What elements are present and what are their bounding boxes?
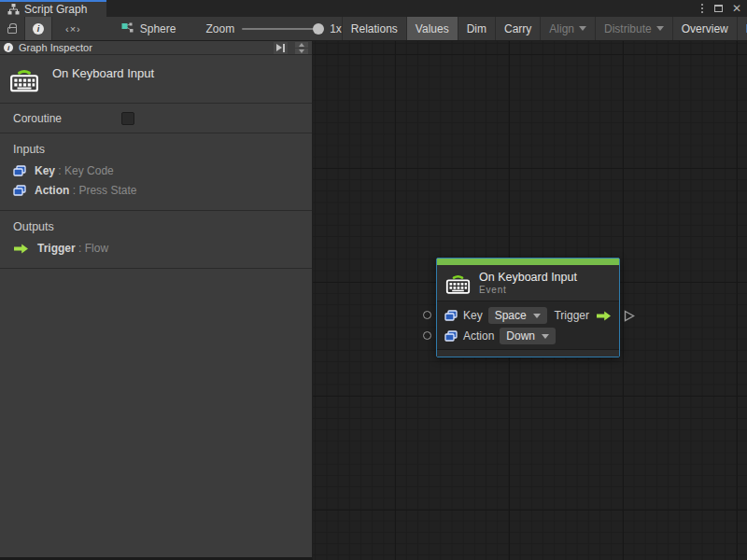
keyboard-icon [9, 65, 39, 92]
node-header: On Keyboard Input Event [437, 265, 619, 301]
input-port-row: Key : Key Code [0, 161, 312, 181]
overview-button[interactable]: Overview [673, 17, 738, 40]
dock-panel-icon[interactable] [274, 42, 288, 54]
key-port-label: Key [463, 309, 483, 322]
trigger-label: Trigger [554, 309, 589, 322]
node-accent-bar [437, 259, 619, 265]
key-input-port[interactable] [423, 311, 431, 319]
chevron-down-icon [542, 334, 549, 339]
dim-button[interactable]: Dim [458, 17, 496, 40]
inputs-header: Inputs [0, 139, 312, 161]
zoom-value: 1x [330, 22, 342, 35]
carry-button[interactable]: Carry [496, 17, 541, 40]
unit-title: On Keyboard Input [52, 66, 154, 80]
relations-button[interactable]: Relations [343, 17, 407, 40]
tab-label: Script Graph [24, 3, 87, 16]
flow-arrow-icon [13, 244, 29, 254]
script-graph-window: Script Graph ✕ i ‹×› S [0, 0, 747, 560]
toolbar-right-group: Relations Values Dim Carry Align Distrib… [342, 17, 747, 40]
value-port-icon [13, 185, 26, 196]
value-port-icon [13, 165, 26, 176]
chevron-down-icon [533, 314, 541, 318]
value-port-icon [444, 310, 458, 321]
coroutine-label: Coroutine [13, 112, 62, 125]
distribute-dropdown-button[interactable]: Distribute [596, 17, 673, 40]
inspector-title: Graph Inspector [19, 42, 268, 53]
values-button[interactable]: Values [407, 17, 458, 40]
node-body: Key Space Trigger [437, 301, 619, 349]
inspector-toggle-button[interactable]: i [24, 17, 52, 40]
zoom-label: Zoom [205, 22, 234, 35]
coroutine-checkbox[interactable] [121, 112, 134, 125]
hierarchy-icon [7, 4, 20, 15]
inspector-empty-area [0, 269, 312, 530]
flow-arrow-icon [596, 311, 612, 321]
graph-inspector-panel: i Graph Inspector [0, 41, 313, 560]
outputs-header: Outputs [0, 217, 312, 239]
chevron-down-icon [656, 26, 664, 31]
zoom-slider[interactable] [242, 28, 322, 30]
full-screen-button[interactable]: Full Screen [738, 17, 747, 40]
keyboard-icon [445, 272, 471, 294]
graph-toolbar: i ‹×› Sphere Zoom 1x [0, 17, 747, 41]
window-controls: ✕ [699, 0, 741, 17]
tab-bar: Script Graph ✕ [0, 0, 747, 17]
unit-header: On Keyboard Input [0, 55, 312, 104]
value-port-icon [444, 330, 458, 342]
inspector-titlebar: i Graph Inspector [0, 41, 312, 55]
zoom-slider-handle[interactable] [313, 23, 324, 35]
align-dropdown-button[interactable]: Align [541, 17, 596, 40]
close-icon[interactable]: ✕ [732, 4, 741, 13]
key-value-dropdown[interactable]: Space [488, 307, 547, 324]
node-row-key: Key Space Trigger [437, 305, 619, 326]
node-title: On Keyboard Input [479, 271, 577, 284]
tab-script-graph[interactable]: Script Graph [0, 0, 106, 17]
node-footer [437, 349, 619, 357]
action-value-dropdown[interactable]: Down [500, 328, 556, 344]
maximize-icon[interactable] [714, 5, 723, 12]
input-port-row: Action : Press State [0, 181, 312, 201]
graph-icon [120, 22, 134, 35]
outputs-section: Outputs Trigger : Flow [0, 211, 312, 269]
edit-source-button[interactable]: ‹×› [52, 23, 94, 35]
info-icon: i [4, 43, 13, 52]
info-icon: i [33, 23, 44, 35]
chevron-down-icon [579, 26, 586, 31]
graph-target-label: Sphere [140, 22, 176, 35]
node-titles: On Keyboard Input Event [479, 271, 577, 295]
action-input-port[interactable] [423, 331, 431, 340]
window-menu-icon[interactable] [699, 2, 705, 15]
panel-scrubber [295, 42, 308, 54]
lock-button[interactable] [0, 17, 24, 40]
inputs-section: Inputs Key : Key Code Action : Press Sta… [0, 133, 312, 211]
trigger-flow-port[interactable] [624, 310, 635, 322]
scroll-up-button[interactable] [295, 42, 308, 48]
toolbar-left-group: i ‹×› Sphere Zoom 1x [0, 17, 342, 40]
lock-icon [7, 27, 17, 34]
trigger-output: Trigger [554, 309, 612, 322]
zoom-control: Zoom 1x [205, 22, 341, 35]
graph-target-group: Sphere [120, 22, 176, 35]
node-row-action: Action Down [437, 326, 619, 346]
scroll-down-button[interactable] [295, 49, 308, 54]
output-port-row: Trigger : Flow [0, 239, 312, 259]
action-port-label: Action [463, 329, 494, 343]
coroutine-row: Coroutine [0, 104, 312, 133]
node-subtitle: Event [479, 285, 577, 295]
on-keyboard-input-node[interactable]: On Keyboard Input Event Key Space [436, 258, 620, 357]
